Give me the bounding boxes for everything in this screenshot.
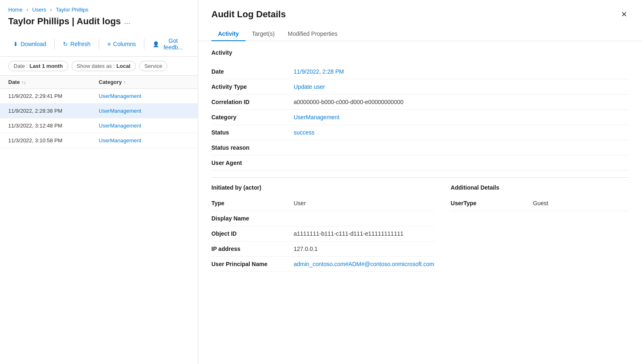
toolbar-divider-1	[54, 39, 55, 49]
table-row[interactable]: 11/3/2022, 3:12:48 PM UserManagement	[0, 118, 198, 133]
breadcrumb-home[interactable]: Home	[8, 7, 23, 13]
additional-details-title: Additional Details	[451, 184, 629, 191]
field-correlation-id-key: Correlation ID	[211, 95, 294, 110]
detail-body: Activity Date 11/9/2022, 2:28 PM Activit…	[198, 41, 642, 364]
refresh-button[interactable]: ↻ Refresh	[58, 38, 95, 50]
breadcrumb-name[interactable]: Taylor Phillips	[56, 7, 88, 13]
additional-fields: UserType Guest	[451, 196, 629, 211]
detail-title-text: Audit Log Details	[211, 9, 286, 20]
cell-category: UserManagement	[99, 93, 190, 99]
table-body: 11/9/2022, 2:29:41 PM UserManagement 11/…	[0, 89, 198, 364]
service-filter[interactable]: Service	[139, 61, 167, 71]
field-activity-type-key: Activity Type	[211, 79, 294, 95]
download-icon: ⬇	[13, 41, 18, 47]
additional-details-section: Additional Details UserType Guest	[451, 184, 629, 275]
section-divider	[211, 177, 629, 178]
columns-button[interactable]: ≡ Columns	[102, 38, 141, 50]
field-date-key: Date	[211, 64, 294, 79]
field-date-val[interactable]: 11/9/2022, 2:28 PM	[294, 64, 629, 79]
cell-date: 11/3/2022, 3:10:58 PM	[8, 137, 99, 144]
detail-title-row: Audit Log Details ✕	[211, 8, 629, 21]
field-display-name-val	[294, 211, 434, 226]
date-filter-label: Date :	[14, 63, 28, 69]
tab-targets[interactable]: Target(s)	[246, 27, 281, 41]
service-filter-label: Service	[144, 63, 162, 69]
detail-header: Audit Log Details ✕ Activity Target(s) M…	[198, 0, 642, 41]
showdates-filter[interactable]: Show dates as : Local	[72, 61, 136, 71]
field-user-agent-key: User Agent	[211, 155, 294, 171]
field-category-val[interactable]: UserManagement	[294, 110, 629, 125]
download-button[interactable]: ⬇ Download	[8, 38, 51, 50]
field-category-key: Category	[211, 110, 294, 125]
field-user-agent-val	[294, 155, 629, 171]
date-sort-icon: ↑↓	[21, 80, 26, 85]
detail-tabs: Activity Target(s) Modified Properties	[211, 27, 629, 41]
cell-date: 11/9/2022, 2:28:38 PM	[8, 108, 99, 114]
two-col-section: Initiated by (actor) Type User Display N…	[211, 184, 629, 275]
field-correlation-id-val: a0000000-b000-c000-d000-e00000000000	[294, 95, 629, 110]
date-filter[interactable]: Date : Last 1 month	[8, 61, 68, 71]
initiated-by-title: Initiated by (actor)	[211, 184, 434, 191]
left-panel: Home › Users › Taylor Phillips Taylor Ph…	[0, 0, 198, 364]
columns-icon: ≡	[107, 41, 111, 47]
field-usertype-key: UserType	[451, 196, 533, 211]
refresh-icon: ↻	[63, 41, 68, 47]
field-status-key: Status	[211, 125, 294, 140]
activity-section-label: Activity	[211, 49, 629, 56]
filters-bar: Date : Last 1 month Show dates as : Loca…	[0, 57, 198, 76]
table-row[interactable]: 11/9/2022, 2:28:38 PM UserManagement	[0, 104, 198, 118]
field-status-reason-val	[294, 140, 629, 155]
table-row[interactable]: 11/3/2022, 3:10:58 PM UserManagement	[0, 133, 198, 148]
table-header: Date ↑↓ Category ↑	[0, 76, 198, 89]
field-upn-key: User Principal Name	[211, 257, 294, 272]
col-category-header[interactable]: Category ↑	[99, 79, 190, 85]
tab-activity[interactable]: Activity	[211, 27, 246, 41]
field-upn-val[interactable]: admin_contoso.com#ADM#@contoso.onmicroso…	[294, 257, 434, 272]
page-title-area: Taylor Phillips | Audit logs ...	[0, 14, 198, 32]
initiated-by-section: Initiated by (actor) Type User Display N…	[211, 184, 434, 275]
breadcrumb-users[interactable]: Users	[32, 7, 46, 13]
table-row[interactable]: 11/9/2022, 2:29:41 PM UserManagement	[0, 89, 198, 104]
field-type-key: Type	[211, 196, 294, 211]
cell-date: 11/3/2022, 3:12:48 PM	[8, 123, 99, 129]
field-type-val: User	[294, 196, 434, 211]
activity-fields: Date 11/9/2022, 2:28 PM Activity Type Up…	[211, 64, 629, 171]
field-usertype-val: Guest	[533, 196, 629, 211]
cell-category: UserManagement	[99, 123, 190, 129]
close-button[interactable]: ✕	[619, 8, 629, 21]
toolbar-divider-2	[99, 39, 99, 49]
right-panel: Audit Log Details ✕ Activity Target(s) M…	[198, 0, 642, 364]
initiated-fields: Type User Display Name Object ID a111111…	[211, 196, 434, 272]
category-sort-icon: ↑	[123, 80, 126, 85]
date-filter-value: Last 1 month	[30, 63, 63, 69]
cell-date: 11/9/2022, 2:29:41 PM	[8, 93, 99, 99]
tab-modified-properties[interactable]: Modified Properties	[281, 27, 344, 41]
field-status-reason-key: Status reason	[211, 140, 294, 155]
feedback-icon: 👤	[153, 41, 159, 47]
page-title: Taylor Phillips | Audit logs	[8, 16, 121, 27]
toolbar-divider-3	[144, 39, 144, 49]
field-object-id-key: Object ID	[211, 226, 294, 241]
field-status-val: success	[294, 125, 629, 140]
ellipsis-button[interactable]: ...	[124, 17, 130, 26]
showdates-filter-label: Show dates as :	[77, 63, 115, 69]
cell-category: UserManagement	[99, 108, 190, 114]
field-activity-type-val[interactable]: Update user	[294, 79, 629, 95]
field-ip-address-val: 127.0.0.1	[294, 241, 434, 257]
field-display-name-key: Display Name	[211, 211, 294, 226]
field-object-id-val: a1111111-b111-c111-d111-e11111111111	[294, 226, 434, 241]
col-date-header[interactable]: Date ↑↓	[8, 79, 99, 85]
toolbar: ⬇ Download ↻ Refresh ≡ Columns 👤 Got fee…	[0, 32, 198, 57]
showdates-filter-value: Local	[116, 63, 130, 69]
feedback-button[interactable]: 👤 Got feedb...	[148, 35, 190, 53]
breadcrumb: Home › Users › Taylor Phillips	[0, 0, 198, 14]
cell-category: UserManagement	[99, 137, 190, 144]
field-ip-address-key: IP address	[211, 241, 294, 257]
